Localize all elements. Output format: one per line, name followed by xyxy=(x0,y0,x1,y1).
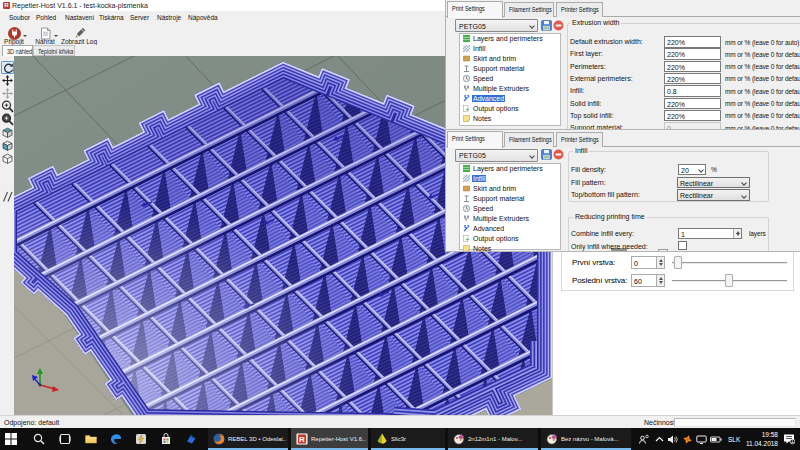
last-layer-slider-thumb[interactable] xyxy=(725,274,733,287)
avast-icon[interactable] xyxy=(682,434,694,445)
settings-page-notes[interactable]: Notes xyxy=(460,244,560,253)
last-layer-spinner[interactable] xyxy=(656,275,664,286)
setting-input[interactable]: 220% xyxy=(664,73,721,85)
first-layer-spinner[interactable] xyxy=(656,257,664,268)
setting-input[interactable]: 220% xyxy=(664,48,721,60)
view-tool-parallel-projection[interactable] xyxy=(1,190,14,203)
slicer-tab-print-settings[interactable]: Print Settings xyxy=(447,1,503,18)
settings-page-multiple-extruders[interactable]: Multiple Extruders xyxy=(460,214,560,224)
settings-page-skirt-and-brim[interactable]: Skirt and brim xyxy=(460,54,560,64)
settings-page-advanced[interactable]: Advanced xyxy=(460,94,560,104)
setting-input[interactable]: 220% xyxy=(664,36,721,48)
taskbar-search-icon[interactable] xyxy=(27,428,51,450)
preset-combobox[interactable]: PETG05 xyxy=(455,19,538,32)
view-tool-view-front[interactable] xyxy=(1,139,14,152)
volume-icon[interactable] xyxy=(667,434,679,445)
tray-time[interactable]: 19:58 xyxy=(748,431,778,438)
top-bottom-fill-pattern--combo[interactable]: Rectilinear xyxy=(677,189,750,201)
toolbar-label: Připojit xyxy=(0,38,28,45)
view-tool-zoom-fit[interactable] xyxy=(1,113,14,126)
fill-pattern--combo[interactable]: Rectilinear xyxy=(677,177,750,189)
settings-page-infill[interactable]: Infill xyxy=(460,44,560,54)
settings-page-advanced[interactable]: Advanced xyxy=(460,224,560,234)
view-tool-view-wireframe[interactable] xyxy=(1,152,14,165)
view-tool-zoom-in[interactable] xyxy=(1,100,14,113)
view-tab-3d[interactable]: 3D náhled xyxy=(2,45,33,56)
setting-row: Combine infill every:1layers xyxy=(561,228,800,240)
setting-input[interactable]: 220% xyxy=(664,110,721,122)
setting-input[interactable]: 0.8 xyxy=(664,85,721,97)
menu-server[interactable]: Server xyxy=(130,14,149,21)
taskbar-winamp-icon[interactable] xyxy=(129,428,153,450)
taskbar-app-slic3r[interactable]: Slic3r xyxy=(371,428,445,450)
taskbar-task-view-icon[interactable] xyxy=(53,428,77,450)
spinner-buttons[interactable] xyxy=(733,229,741,239)
dropdown-caret-icon[interactable] xyxy=(54,35,58,37)
menu-n-stroje[interactable]: Nástroje xyxy=(157,14,181,21)
setting-input[interactable]: 220% xyxy=(664,98,721,110)
move-icon xyxy=(1,74,14,87)
slicer-tab-printer-settings[interactable]: Printer Settings xyxy=(556,132,603,147)
fill-density-combo[interactable]: 20 xyxy=(678,164,706,176)
settings-page-speed[interactable]: Speed xyxy=(460,204,560,214)
menu-n-pov-da[interactable]: Nápověda xyxy=(188,14,218,21)
settings-page-infill[interactable]: Infill xyxy=(460,174,560,184)
first-layer-slider-thumb[interactable] xyxy=(674,256,682,269)
settings-page-multiple-extruders[interactable]: Multiple Extruders xyxy=(460,84,560,94)
settings-page-support-material[interactable]: Support material xyxy=(460,64,560,74)
view-tool-move-viewpoint[interactable] xyxy=(1,87,14,100)
taskbar-3d-builder-icon[interactable] xyxy=(179,428,203,450)
dropdown-caret-icon[interactable] xyxy=(23,35,27,37)
settings-page-layers-and-perimeters[interactable]: Layers and perimeters xyxy=(460,34,560,44)
chevron-up-icon[interactable] xyxy=(654,434,666,445)
only-infill-checkbox[interactable] xyxy=(678,241,687,250)
slicer-tab-filament-settings[interactable]: Filament Settings xyxy=(504,2,554,17)
settings-page-output-options[interactable]: Output options xyxy=(460,234,560,244)
combine-infill-input[interactable]: 1 xyxy=(678,228,742,240)
settings-page-support-material[interactable]: Support material xyxy=(460,194,560,204)
slicer-tab-filament-settings[interactable]: Filament Settings xyxy=(504,132,554,147)
menu-soubor[interactable]: Soubor xyxy=(9,14,30,21)
action-center-icon[interactable]: 1 xyxy=(783,433,795,445)
settings-page-output-options[interactable]: Output options xyxy=(460,104,560,114)
last-layer-slider[interactable] xyxy=(672,274,789,287)
toolbar-button-show-log[interactable]: Zobrazit Log xyxy=(60,24,98,45)
people-icon[interactable] xyxy=(638,434,650,445)
taskbar-file-explorer-icon[interactable] xyxy=(79,428,103,450)
slicer-tab-printer-settings[interactable]: Printer Settings xyxy=(556,2,603,17)
taskbar-app-firefox[interactable]: REBEL 3D • Odeslat... xyxy=(208,428,288,450)
view-tool-move[interactable] xyxy=(1,74,14,87)
search-icon xyxy=(33,433,45,445)
taskbar-edge-icon[interactable] xyxy=(104,428,128,450)
taskbar-app-paint-2[interactable]: Bez názvu - Malová... xyxy=(541,428,631,450)
view-tool-rotate[interactable] xyxy=(1,61,14,74)
battery-icon[interactable] xyxy=(710,434,722,445)
display-icon[interactable] xyxy=(696,434,708,445)
save-preset-icon[interactable] xyxy=(541,149,552,160)
settings-page-skirt-and-brim[interactable]: Skirt and brim xyxy=(460,184,560,194)
toolbar-button-connect[interactable]: Připojit xyxy=(0,24,28,45)
taskbar-app-repetier[interactable]: RRepetier-Host V1.6... xyxy=(291,428,368,450)
settings-page-layers-and-perimeters[interactable]: Layers and perimeters xyxy=(460,164,560,174)
tray-language[interactable]: SLK xyxy=(728,436,740,443)
menu-tisk-rna[interactable]: Tiskárna xyxy=(99,14,124,21)
taskbar-windows-start-icon[interactable] xyxy=(0,428,23,450)
slicer-tab-print-settings[interactable]: Print Settings xyxy=(447,131,503,148)
first-layer-input[interactable]: 0 xyxy=(631,256,665,269)
view-tab-temperature[interactable]: Teplotní křivka xyxy=(33,45,75,56)
save-preset-icon[interactable] xyxy=(541,20,552,31)
tray-date[interactable]: 11.04.2018 xyxy=(742,440,778,447)
last-layer-input[interactable]: 60 xyxy=(631,274,665,287)
toolbar-button-load[interactable]: Náhrát xyxy=(31,24,59,45)
menu-nastaven-[interactable]: Nastavení xyxy=(65,14,94,21)
taskbar-store-icon[interactable] xyxy=(154,428,178,450)
setting-input[interactable]: 220% xyxy=(664,61,721,73)
first-layer-slider[interactable] xyxy=(672,256,789,269)
settings-page-speed[interactable]: Speed xyxy=(460,74,560,84)
taskbar-app-paint-1[interactable]: 2n12m1n1 - Malov... xyxy=(448,428,538,450)
combo-arrow-icon xyxy=(741,193,747,199)
settings-page-notes[interactable]: Notes xyxy=(460,114,560,124)
preset-combobox[interactable]: PETG05 xyxy=(455,149,538,162)
menu-pohled[interactable]: Pohled xyxy=(36,14,56,21)
view-tool-view-isometric[interactable] xyxy=(1,126,14,139)
